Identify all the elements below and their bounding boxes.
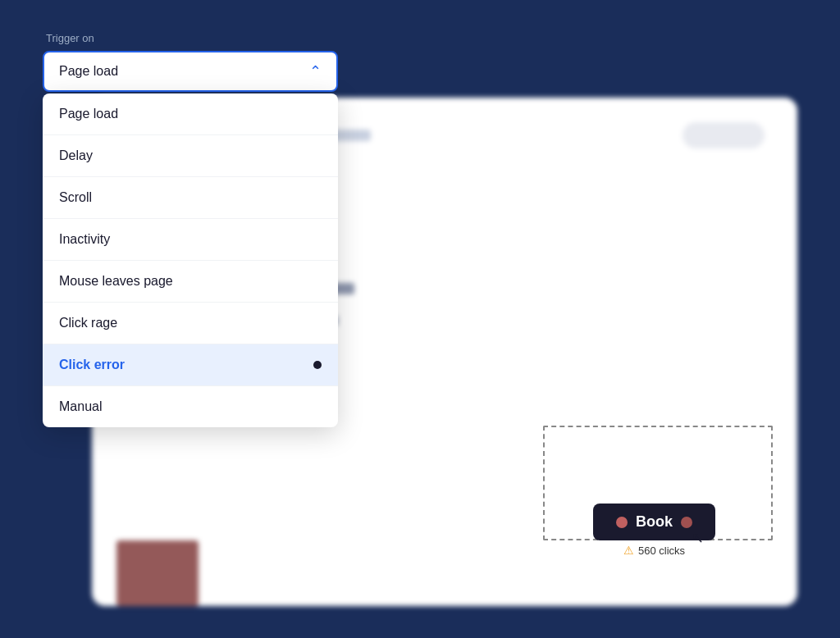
dropdown-item-delay[interactable]: Delay bbox=[43, 135, 338, 177]
dropdown-item-mouse-leaves-page[interactable]: Mouse leaves page bbox=[43, 261, 338, 303]
dropdown-item-label: Scroll bbox=[59, 190, 92, 204]
cursor-icon: ↖ bbox=[692, 529, 704, 547]
dropdown-item-label: Page load bbox=[59, 107, 118, 121]
clicks-count: 560 clicks bbox=[638, 545, 685, 557]
dropdown-overlay: Trigger on Page load ⌃ Page load Delay S… bbox=[43, 32, 338, 427]
clicks-badge: ⚠ 560 clicks bbox=[623, 544, 685, 557]
dropdown-item-click-rage[interactable]: Click rage bbox=[43, 303, 338, 344]
dropdown-item-label: Delay bbox=[59, 148, 93, 162]
dropdown-item-label: Click error bbox=[59, 358, 125, 372]
dropdown-item-inactivity[interactable]: Inactivity bbox=[43, 219, 338, 261]
trigger-label: Trigger on bbox=[43, 32, 338, 44]
trigger-selected-value: Page load bbox=[59, 64, 118, 79]
book-button-label: Book bbox=[636, 513, 673, 531]
dropdown-item-scroll[interactable]: Scroll bbox=[43, 177, 338, 219]
dropdown-menu: Page load Delay Scroll Inactivity Mouse … bbox=[43, 93, 338, 427]
warning-icon: ⚠ bbox=[623, 544, 634, 557]
dropdown-item-click-error[interactable]: Click error bbox=[43, 344, 338, 386]
trigger-select-button[interactable]: Page load ⌃ bbox=[43, 51, 338, 92]
dropdown-item-label: Click rage bbox=[59, 316, 117, 330]
dropdown-item-label: Manual bbox=[59, 399, 102, 413]
dropdown-item-label: Mouse leaves page bbox=[59, 274, 173, 288]
main-container: Book ↖ ⚠ 560 clicks Trigger on Page load… bbox=[43, 32, 797, 606]
book-tooltip-area: Book ↖ ⚠ 560 clicks bbox=[593, 504, 715, 557]
background-image bbox=[116, 540, 199, 606]
dropdown-item-label: Inactivity bbox=[59, 232, 110, 246]
dropdown-item-manual[interactable]: Manual bbox=[43, 386, 338, 427]
active-indicator bbox=[313, 361, 322, 369]
chevron-up-icon: ⌃ bbox=[309, 64, 322, 79]
dropdown-item-page-load[interactable]: Page load bbox=[43, 93, 338, 135]
